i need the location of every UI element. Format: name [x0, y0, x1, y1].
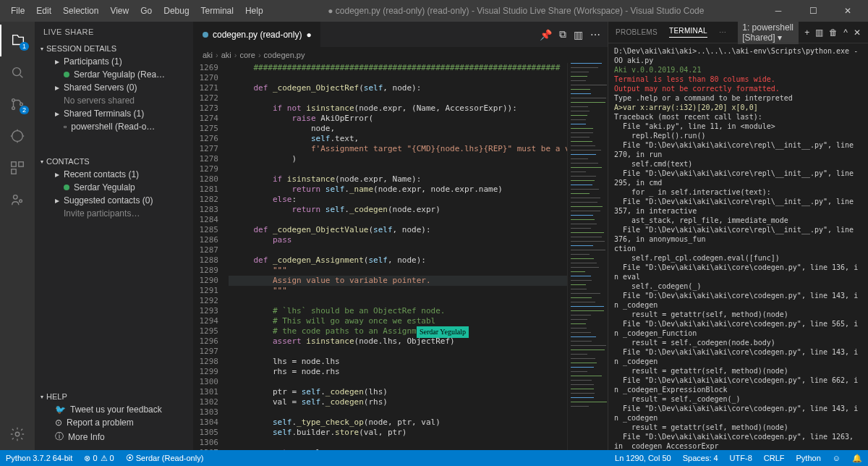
diff-icon[interactable]: ⧉: [559, 28, 566, 41]
status-liveshare[interactable]: ⦿ Serdar (Read-only): [120, 450, 210, 466]
presence-dot-icon: [64, 72, 69, 77]
more-info[interactable]: ⓘ More Info: [35, 429, 193, 444]
status-bar: Python 3.7.2 64-bit ⊗ 0 ⚠ 0 ⦿ Serdar (Re…: [0, 450, 868, 466]
participants-node[interactable]: ▸ Participants (1): [35, 55, 193, 68]
contacts-header[interactable]: CONTACTS: [35, 155, 193, 168]
editor-group: codegen.py (read-only) ● 📌 ⧉ ▥ ⋯ aki›aki…: [194, 22, 608, 450]
no-servers-label: No servers shared: [35, 94, 193, 107]
terminal-panel: PROBLEMS TERMINAL ⋯ 1: powershell [Share…: [608, 22, 868, 450]
participant-user[interactable]: Serdar Yegulalp (Rea…: [35, 68, 193, 81]
menu-selection[interactable]: Selection: [58, 3, 103, 19]
svg-point-10: [15, 432, 20, 436]
svg-rect-6: [19, 162, 23, 166]
breadcrumbs[interactable]: aki›aki›core›codegen.py: [194, 47, 608, 63]
terminal-selector[interactable]: 1: powershell [Shared] ▾: [738, 22, 799, 44]
liveshare-icon[interactable]: [0, 184, 35, 216]
recent-contact-user[interactable]: Serdar Yegulalp: [35, 181, 193, 194]
main-menu: FileEditSelectionViewGoDebugTerminalHelp: [6, 3, 268, 19]
explorer-icon[interactable]: 1: [0, 25, 35, 56]
svg-point-4: [12, 131, 23, 142]
svg-rect-7: [12, 169, 16, 174]
svg-point-1: [12, 99, 15, 102]
status-spaces[interactable]: Spaces: 4: [677, 450, 724, 466]
status-language[interactable]: Python: [791, 450, 827, 466]
collab-cursor-tag: Serdar Yegulalp: [417, 326, 469, 338]
minimize-button[interactable]: ─: [764, 6, 793, 16]
svg-point-9: [20, 200, 22, 203]
svg-point-0: [13, 68, 21, 76]
code-content[interactable]: ########################################…: [229, 63, 567, 450]
breadcrumb-item[interactable]: core: [239, 51, 255, 59]
tab-more[interactable]: ⋯: [719, 28, 726, 36]
session-details-header[interactable]: SESSION DETAILS: [35, 42, 193, 55]
extensions-icon[interactable]: [0, 152, 35, 184]
breadcrumb-item[interactable]: aki: [203, 51, 213, 59]
menu-debug[interactable]: Debug: [158, 3, 194, 19]
search-icon[interactable]: [0, 56, 35, 88]
panel-tabs: PROBLEMS TERMINAL ⋯ 1: powershell [Share…: [608, 22, 868, 43]
window-controls: ─ ☐ ✕: [764, 6, 862, 16]
maximize-panel-icon[interactable]: ^: [843, 27, 848, 38]
recent-contacts-node[interactable]: ▸ Recent contacts (1): [35, 168, 193, 181]
terminal-output[interactable]: D:\Dev\aki\aki\aki>..\..\..\aki-env\Scri…: [608, 43, 868, 450]
debug-icon[interactable]: [0, 120, 35, 152]
side-bar: LIVE SHARE SESSION DETAILS ▸ Participant…: [35, 22, 194, 450]
invite-participants[interactable]: Invite participants…: [35, 207, 193, 220]
close-panel-icon[interactable]: ✕: [854, 27, 861, 38]
help-header[interactable]: HELP: [35, 390, 193, 403]
python-file-icon: [203, 32, 208, 38]
status-errors[interactable]: ⊗ 0 ⚠ 0: [78, 450, 119, 466]
presence-dot-icon: [64, 185, 69, 190]
report-problem[interactable]: ⊙ Report a problem: [35, 416, 193, 429]
breadcrumb-item[interactable]: codegen.py: [264, 51, 305, 59]
suggested-contacts-node[interactable]: ▸ Suggested contacts (0): [35, 194, 193, 207]
code-editor[interactable]: 1269 1270 1271 1272 1273 1274 1275 1276 …: [194, 63, 608, 450]
dirty-indicator-icon: ●: [306, 30, 311, 40]
source-control-icon[interactable]: 2: [0, 88, 35, 120]
status-eol[interactable]: CRLF: [758, 450, 791, 466]
minimap[interactable]: [567, 63, 608, 450]
status-python[interactable]: Python 3.7.2 64-bit: [0, 450, 78, 466]
tab-codegen[interactable]: codegen.py (read-only) ●: [194, 22, 321, 47]
window-title: ● codegen.py (read-only) (read-only) - V…: [268, 6, 764, 16]
breadcrumb-item[interactable]: aki: [221, 51, 231, 59]
sidebar-title: LIVE SHARE: [35, 22, 193, 42]
svg-point-2: [12, 107, 15, 110]
shared-terminals-node[interactable]: ▸ Shared Terminals (1): [35, 107, 193, 120]
svg-point-8: [14, 195, 18, 200]
tab-problems[interactable]: PROBLEMS: [616, 28, 658, 36]
pin-icon[interactable]: 📌: [540, 29, 552, 41]
tab-terminal[interactable]: TERMINAL: [669, 27, 707, 38]
menu-file[interactable]: File: [6, 3, 30, 19]
close-button[interactable]: ✕: [833, 6, 862, 16]
menu-go[interactable]: Go: [135, 3, 157, 19]
status-feedback-icon[interactable]: ☺: [827, 450, 846, 466]
menu-edit[interactable]: Edit: [31, 3, 56, 19]
line-number-gutter: 1269 1270 1271 1272 1273 1274 1275 1276 …: [194, 63, 229, 450]
status-encoding[interactable]: UTF-8: [724, 450, 758, 466]
title-bar: FileEditSelectionViewGoDebugTerminalHelp…: [0, 0, 868, 22]
activity-bar: 1 2: [0, 22, 35, 450]
new-terminal-icon[interactable]: +: [804, 27, 809, 38]
split-terminal-icon[interactable]: ▥: [815, 27, 823, 38]
status-bell-icon[interactable]: 🔔: [846, 450, 868, 466]
maximize-button[interactable]: ☐: [799, 6, 827, 16]
tweet-feedback[interactable]: 🐦 Tweet us your feedback: [35, 403, 193, 416]
menu-help[interactable]: Help: [240, 3, 268, 19]
svg-rect-5: [12, 162, 16, 166]
menu-terminal[interactable]: Terminal: [196, 3, 239, 19]
menu-view[interactable]: View: [105, 3, 134, 19]
status-lncol[interactable]: Ln 1290, Col 50: [609, 450, 677, 466]
split-editor-icon[interactable]: ▥: [574, 29, 583, 41]
kill-terminal-icon[interactable]: 🗑: [829, 27, 838, 38]
shared-servers-node[interactable]: ▸ Shared Servers (0): [35, 81, 193, 94]
editor-tabs: codegen.py (read-only) ● 📌 ⧉ ▥ ⋯: [194, 22, 608, 47]
settings-gear-icon[interactable]: [0, 418, 35, 450]
shared-terminal-item[interactable]: ▫ powershell (Read-o…: [35, 120, 193, 133]
more-actions-icon[interactable]: ⋯: [590, 29, 600, 41]
